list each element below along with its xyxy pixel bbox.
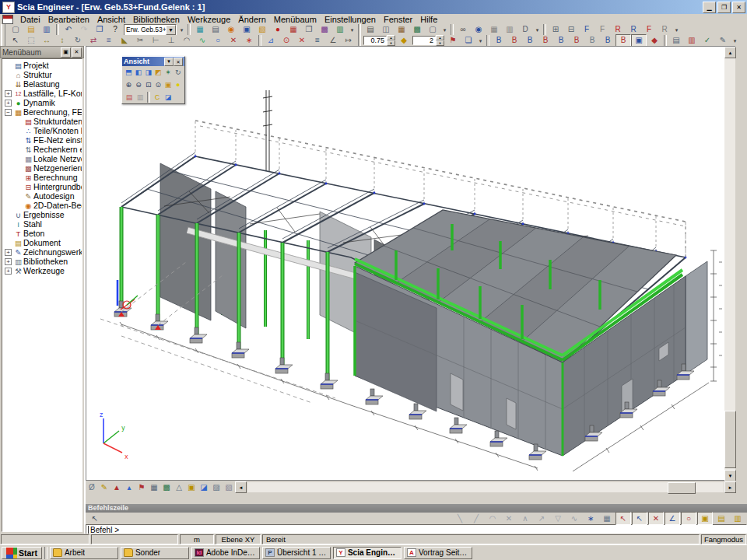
trim-icon[interactable]: ✂ <box>132 34 148 47</box>
snap-endpoint-icon[interactable]: ↖ <box>615 512 631 525</box>
annotate-pen-icon[interactable]: ✎ <box>98 481 110 494</box>
loadcase-rhomb-icon[interactable]: ◆ <box>647 34 662 47</box>
start-button[interactable]: Start <box>2 547 42 559</box>
sidebar-item-dokument[interactable]: ▤Dokument <box>2 238 82 247</box>
check-doc-icon[interactable]: ✓ <box>700 34 715 47</box>
taskbar-task-adobe-indesign-c-[interactable]: IdAdobe InDesign C... <box>191 547 260 559</box>
cursor-snap-icon[interactable]: ∗ <box>583 512 598 525</box>
select-arrow-icon[interactable]: ↖ <box>8 34 23 47</box>
angle-snap-icon[interactable]: ⊿ <box>263 34 279 47</box>
layer-filter-icon[interactable]: ❏ <box>461 34 476 47</box>
walk-view-icon[interactable]: ✶ <box>163 67 174 78</box>
scale-icon[interactable]: ◣ <box>117 34 132 47</box>
zoom-out-icon[interactable]: ⊖ <box>134 79 144 90</box>
sidebar-item-werkzeuge[interactable]: +⚒Werkzeuge <box>2 266 82 275</box>
loadcase-b2-icon[interactable]: B <box>507 34 522 47</box>
loadcase-b4-icon[interactable]: B <box>538 34 553 47</box>
sidebar-item-stahl[interactable]: IStahl <box>2 219 82 229</box>
close-icon[interactable]: ✕ <box>174 58 183 66</box>
point-snap-icon[interactable]: ⊙ <box>279 34 294 47</box>
restore-button[interactable]: ❐ <box>717 2 731 13</box>
scale-spinner[interactable]: 0.75 ▲▼ <box>363 36 395 45</box>
spinner-down-icon[interactable]: ▼ <box>436 40 444 46</box>
sidebar-item-2d-daten-beobachter[interactable]: ◉2D-Daten-Beobachter <box>2 201 82 210</box>
snap-intersection-icon[interactable]: ✕ <box>648 512 664 525</box>
view-top-icon[interactable]: ⬒ <box>124 67 134 78</box>
toolbar-grip[interactable] <box>1 35 5 46</box>
properties-icon[interactable]: ≡ <box>310 34 325 47</box>
taskbar-task-sonder[interactable]: Sonder <box>121 547 189 559</box>
spinner-down-icon[interactable]: ▼ <box>387 40 395 46</box>
plane-tool-icon[interactable]: ▽ <box>550 512 566 525</box>
snap-midpoint-icon[interactable]: ↖ <box>632 512 647 525</box>
zoom-in-icon[interactable]: ⊕ <box>124 79 134 90</box>
tree-expander-icon[interactable]: − <box>5 109 12 116</box>
parameter-view-icon[interactable]: ▧ <box>223 481 235 494</box>
status-snap-mode[interactable]: Fangmodus <box>701 534 746 544</box>
clip-box-icon[interactable]: ▣ <box>163 79 174 90</box>
scroll-right-icon[interactable]: ► <box>724 481 736 493</box>
zoom-all-icon[interactable]: ⊙ <box>153 79 163 90</box>
sidebar-item-autodesign[interactable]: ✎Autodesign <box>2 191 82 201</box>
polyline-icon[interactable]: ∿ <box>195 34 210 47</box>
wireframe-mode-icon[interactable]: Ø <box>86 481 98 494</box>
sidebar-item-lastfaelle[interactable]: +12Lastfälle, LF-Kombinationen <box>2 89 82 98</box>
toolbar-grip[interactable] <box>1 24 5 35</box>
sidebar-item-berechnung-fe-netz[interactable]: −▦Berechnung, FE-Netz <box>2 107 82 117</box>
sidebar-item-beton[interactable]: TBeton <box>2 229 82 238</box>
shade-mode-icon[interactable]: ▲ <box>110 481 123 494</box>
close-button[interactable]: ✕ <box>732 2 745 13</box>
zoom-window-icon[interactable]: ⊡ <box>143 79 153 90</box>
sidebar-item-teile-knoten-koppeln[interactable]: ∴Teile/Knoten koppeln <box>2 126 82 135</box>
loadcase-b8-icon[interactable]: B <box>600 34 615 47</box>
loadcase-b9-icon[interactable]: B <box>615 34 631 47</box>
loadcase-b6-icon[interactable]: B <box>569 34 584 47</box>
vertical-scrollbar[interactable]: ▲ ▼ <box>724 47 735 481</box>
render-settings-icon[interactable]: ◪ <box>163 92 174 103</box>
sidebar-item-berechnung[interactable]: ⊞Berechnung <box>2 173 82 182</box>
picture-icon[interactable]: ▩ <box>409 23 425 37</box>
sidebar-item-netzgenerierung[interactable]: ▩Netzgenerierung <box>2 163 82 173</box>
view-front-icon[interactable]: ◧ <box>134 67 144 78</box>
axonometric-view-icon[interactable]: ◩ <box>153 67 163 78</box>
tree-expander-icon[interactable]: + <box>5 100 12 107</box>
status-plane[interactable]: Ebene XY <box>216 534 261 544</box>
delete-icon[interactable]: ✕ <box>226 34 241 47</box>
curve-tool-icon[interactable]: ∿ <box>566 512 582 525</box>
scale-spinner-value[interactable]: 0.75 <box>363 36 387 45</box>
dimension-icon[interactable]: ↦ <box>341 34 356 47</box>
labels-view-icon[interactable]: ▣ <box>185 481 198 494</box>
more-icon[interactable]: ▾ <box>476 34 485 47</box>
mesh-view-icon[interactable]: ▦ <box>148 481 160 494</box>
sidebar-item-lokale-netzverdichtung[interactable]: ▦Lokale Netzverdichtung <box>2 154 82 163</box>
scale-apply-icon[interactable]: ◆ <box>396 34 412 47</box>
angle-icon[interactable]: ∠ <box>325 34 341 47</box>
loadcase-sum-icon[interactable]: ▣ <box>631 34 647 47</box>
loadcase-b1-icon[interactable]: B <box>491 34 507 47</box>
mirror-icon[interactable]: ⇄ <box>86 34 101 47</box>
hatch-view-icon[interactable]: ▨ <box>210 481 223 494</box>
fillet-icon[interactable]: ◠ <box>179 34 195 47</box>
menu-bibliotheken[interactable]: Bibliotheken <box>129 15 184 24</box>
taskbar-task-scia-engineer-[interactable]: YScia Engineer - [... <box>333 547 402 559</box>
loadcase-b3-icon[interactable]: B <box>522 34 538 47</box>
angle-tool-icon[interactable]: ∧ <box>517 512 533 525</box>
extend-icon[interactable]: ⊢ <box>148 34 163 47</box>
line2-tool-icon[interactable]: ╱ <box>468 512 484 525</box>
sidebar-item-ergebnisse[interactable]: ∪Ergebnisse <box>2 210 82 219</box>
move-vertical-icon[interactable]: ↕ <box>54 34 70 47</box>
move-icon[interactable]: ↔ <box>39 34 54 47</box>
sidebar-item-strukturdaten-kontrollieren[interactable]: ▤Strukturdaten kontrollieren <box>2 117 82 126</box>
scroll-up-icon[interactable]: ▲ <box>724 47 736 58</box>
scroll-left-icon[interactable]: ◄ <box>235 481 247 493</box>
tree-expander-icon[interactable]: + <box>5 268 12 275</box>
arc-tool-icon[interactable]: ◠ <box>485 512 500 525</box>
taskbar-task-vortrag-seite1-pdf-[interactable]: AVortrag Seite1.pdf ... <box>404 547 472 559</box>
ansicht-header[interactable]: Ansicht ▼ ✕ <box>122 57 184 66</box>
tree-expander-icon[interactable]: + <box>5 249 12 256</box>
horizontal-scroll-thumb[interactable] <box>668 482 696 494</box>
color-settings-icon[interactable]: C <box>152 92 163 103</box>
panel-header[interactable]: Menübaum ▣ ✕ <box>0 46 84 58</box>
pointer-icon[interactable]: ↖ <box>87 512 103 525</box>
spinner-up-icon[interactable]: ▲ <box>436 35 444 40</box>
